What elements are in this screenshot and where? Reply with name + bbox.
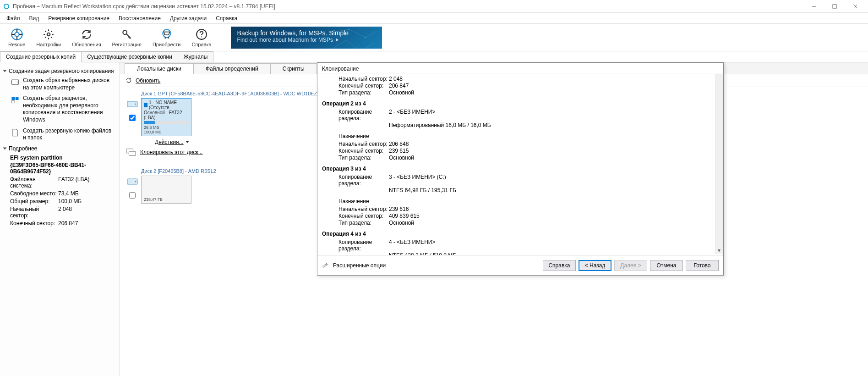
- sub-tab-scripts[interactable]: Скрипты: [270, 63, 317, 74]
- detail-value: 73,4 МБ: [58, 190, 79, 197]
- disk-1-actions-dropdown[interactable]: Действия...: [155, 139, 189, 145]
- operation-2-header: Операция 2 из 4: [322, 100, 719, 107]
- op-key: [322, 122, 389, 128]
- left-panel: Создание задач резервного копирования Со…: [0, 62, 120, 376]
- menu-restore[interactable]: Восстановление: [114, 13, 165, 24]
- svg-point-11: [47, 33, 50, 36]
- op-key: Начальный сектор:: [322, 206, 389, 212]
- dialog-back-button[interactable]: < Назад: [579, 260, 611, 271]
- svg-point-20: [365, 37, 366, 38]
- svg-point-15: [167, 37, 169, 38]
- task-backup-files[interactable]: Создать резервную копию файлов и папок: [10, 127, 116, 142]
- main-tab-logs[interactable]: Журналы: [178, 51, 213, 62]
- op-value: Основной: [389, 155, 414, 161]
- window-close-button[interactable]: [845, 0, 865, 13]
- toolbar-label: Настройки: [36, 42, 61, 47]
- op-key: Конечный сектор:: [322, 213, 389, 219]
- toolbar-label: Обновления: [72, 42, 101, 47]
- menu-bar: Файл Вид Резервное копирование Восстанов…: [0, 13, 868, 24]
- svg-point-17: [201, 36, 202, 37]
- op-value: 2 048: [389, 76, 403, 82]
- section-title: Подробнее: [9, 145, 37, 152]
- op-value: 409 839 615: [389, 213, 420, 219]
- partition-unallocated[interactable]: 238.47 ГБ: [142, 176, 191, 203]
- toolbar: Rescue Настройки Обновления Регистрация …: [0, 24, 868, 51]
- disk-2-partitions: 238.47 ГБ: [141, 176, 191, 204]
- svg-rect-25: [12, 101, 15, 103]
- op-value: Неформатированный 16,0 МБ / 16,0 МБ: [389, 122, 491, 128]
- refresh-link[interactable]: Обновить: [126, 77, 160, 84]
- msp-banner[interactable]: Backup for Windows, for MSPs. Simple Fin…: [231, 27, 382, 49]
- advanced-options-link[interactable]: Расширенные опции: [322, 261, 386, 270]
- task-image-selected-disks[interactable]: Создать образ выбранных дисков на этом к…: [10, 77, 116, 91]
- main-tab-existing-backups[interactable]: Существующие резервные копии: [81, 51, 178, 62]
- partition-used: 26,6 МБ: [144, 125, 159, 130]
- banner-line2: Find out more about Macrium for MSPs: [237, 37, 338, 43]
- task-label: Создать образ выбранных дисков на этом к…: [23, 77, 116, 91]
- tasks-section-header[interactable]: Создание задач резервного копирования: [4, 68, 116, 74]
- clone-icon: [126, 148, 136, 156]
- op-value: NTFS 64,98 ГБ / 195,31 ГБ: [389, 187, 456, 194]
- svg-point-14: [164, 37, 166, 38]
- cart-icon: [160, 28, 173, 41]
- toolbar-updates-button[interactable]: Обновления: [66, 24, 106, 51]
- menu-backup[interactable]: Резервное копирование: [44, 13, 114, 24]
- destination-label: Назначение: [322, 198, 719, 205]
- menu-other[interactable]: Другие задачи: [165, 13, 211, 24]
- menu-help[interactable]: Справка: [211, 13, 242, 24]
- detail-key: Общий размер:: [10, 198, 58, 205]
- detail-key: Начальный сектор:: [10, 206, 58, 219]
- dialog-finish-button[interactable]: Готово: [686, 260, 719, 271]
- advanced-options-label: Расширенные опции: [333, 262, 386, 269]
- disk-icon: [10, 77, 20, 87]
- op-key: Конечный сектор:: [322, 148, 389, 154]
- details-section-header[interactable]: Подробнее: [4, 145, 116, 152]
- detail-row: Начальный сектор:2 048: [10, 206, 116, 219]
- key-icon: [120, 28, 133, 41]
- actions-label: Действия...: [155, 139, 184, 145]
- toolbar-settings-button[interactable]: Настройки: [31, 24, 66, 51]
- op-key: Начальный сектор:: [322, 76, 389, 82]
- menu-view[interactable]: Вид: [25, 13, 44, 24]
- op-value: 206 848: [389, 141, 409, 147]
- expand-icon: [3, 147, 7, 149]
- disk-2-checkbox[interactable]: [129, 192, 136, 199]
- svg-rect-29: [129, 151, 136, 155]
- partition-1-selected[interactable]: 1 - NO NAME (Отсутств Основной - FAT32 (…: [141, 98, 191, 136]
- windows-flag-icon: [144, 103, 147, 107]
- window-maximize-button[interactable]: [824, 0, 845, 13]
- toolbar-register-button[interactable]: Регистрация: [107, 24, 147, 51]
- dialog-next-button[interactable]: Далее >: [614, 260, 647, 271]
- expand-icon: [3, 70, 7, 72]
- window-minimize-button[interactable]: [803, 0, 824, 13]
- toolbar-buy-button[interactable]: Приобрести: [147, 24, 186, 51]
- dialog-help-button[interactable]: Справка: [543, 260, 576, 271]
- toolbar-label: Регистрация: [112, 42, 142, 47]
- op-value: 239 615: [389, 148, 409, 154]
- scrollbar-track[interactable]: [715, 74, 723, 254]
- svg-point-18: [332, 31, 333, 32]
- detail-row: Свободное место:73,4 МБ: [10, 190, 116, 197]
- main-tab-create-backup[interactable]: Создание резервных копий: [0, 51, 82, 62]
- detail-value: 100,0 МБ: [58, 198, 82, 205]
- svg-point-19: [348, 28, 349, 29]
- gear-icon: [42, 28, 55, 41]
- sub-tab-local-disks[interactable]: Локальные диски: [125, 63, 194, 74]
- svg-point-22: [17, 82, 18, 83]
- refresh-label: Обновить: [136, 77, 160, 84]
- task-image-windows-partitions[interactable]: Создать образ разделов, необходимых для …: [10, 95, 116, 123]
- sub-tab-definition-files[interactable]: Файлы определений: [193, 63, 271, 74]
- toolbar-help-button[interactable]: Справка: [186, 24, 217, 51]
- refresh-icon: [80, 28, 93, 41]
- detail-key: Файловая система:: [10, 176, 58, 189]
- partition-name: EFI system partition: [10, 155, 116, 161]
- refresh-icon: [126, 77, 133, 84]
- toolbar-rescue-button[interactable]: Rescue: [3, 24, 31, 51]
- window-titlebar: Пробная – Macrium Reflect Workstation ср…: [0, 0, 868, 13]
- dialog-cancel-button[interactable]: Отмена: [650, 260, 683, 271]
- clone-this-disk-link[interactable]: Клонировать этот диск...: [140, 149, 203, 155]
- scrollbar-down-button[interactable]: ▾: [715, 247, 723, 254]
- menu-file[interactable]: Файл: [2, 13, 25, 24]
- disk-1-checkbox[interactable]: [129, 115, 136, 121]
- partition-size: 238.47 ГБ: [144, 198, 189, 202]
